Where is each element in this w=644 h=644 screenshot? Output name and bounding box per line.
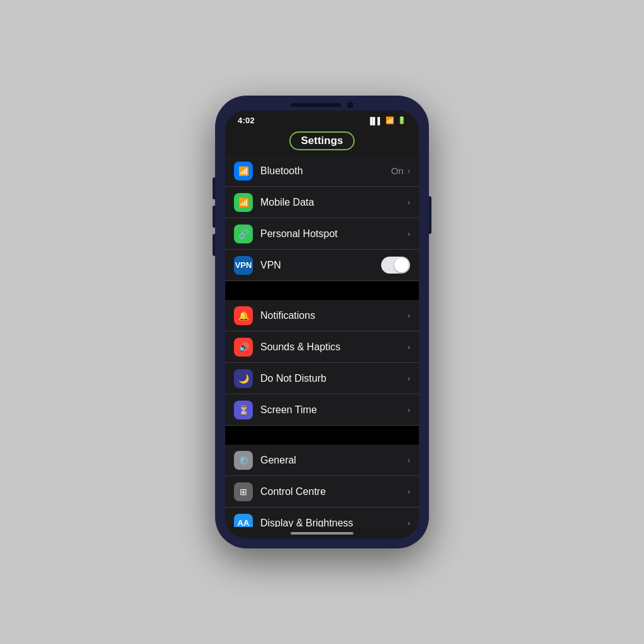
- chevron-icon: ›: [408, 487, 410, 496]
- general-icon: ⚙️: [234, 451, 253, 470]
- phone-screen: 4:02 ▐▌▌ 📶 🔋 Settings 📶 Bluetooth: [225, 111, 419, 538]
- chevron-icon: ›: [408, 166, 410, 175]
- settings-item-mobile-data[interactable]: 📶 Mobile Data ›: [225, 187, 419, 218]
- settings-item-display-brightness[interactable]: AA Display & Brightness ›: [225, 508, 419, 527]
- phone-top-notch: [215, 96, 429, 108]
- signal-icon: ▐▌▌: [368, 117, 382, 125]
- vpn-label: VPN: [260, 260, 381, 271]
- home-indicator: [225, 527, 419, 538]
- chevron-icon: ›: [408, 518, 410, 527]
- general-group: ⚙️ General › ⊞ Control Centre › AA: [225, 445, 419, 527]
- settings-item-sounds-haptics[interactable]: 🔊 Sounds & Haptics ›: [225, 331, 419, 363]
- settings-item-general[interactable]: ⚙️ General ›: [225, 445, 419, 476]
- chevron-icon: ›: [408, 229, 410, 238]
- sounds-icon: 🔊: [234, 338, 253, 357]
- settings-item-do-not-disturb[interactable]: 🌙 Do Not Disturb ›: [225, 363, 419, 394]
- settings-item-notifications[interactable]: 🔔 Notifications ›: [225, 300, 419, 331]
- settings-list: 📶 Bluetooth On › 📶 Mobile Data ›: [225, 155, 419, 527]
- settings-item-bluetooth[interactable]: 📶 Bluetooth On ›: [225, 155, 419, 187]
- settings-item-personal-hotspot[interactable]: 🔗 Personal Hotspot ›: [225, 218, 419, 250]
- chevron-icon: ›: [408, 197, 410, 207]
- chevron-icon: ›: [408, 374, 410, 383]
- status-icons: ▐▌▌ 📶 🔋: [368, 116, 406, 125]
- screen-time-icon: ⏳: [234, 401, 253, 419]
- status-bar: 4:02 ▐▌▌ 📶 🔋: [225, 111, 419, 128]
- status-time: 4:02: [238, 116, 255, 125]
- group-divider-2: [225, 426, 419, 445]
- speaker-notch: [291, 103, 341, 107]
- chevron-icon: ›: [408, 342, 410, 352]
- chevron-icon: ›: [408, 311, 410, 320]
- control-centre-label: Control Centre: [260, 486, 408, 497]
- camera-dot: [347, 102, 353, 108]
- mobile-data-label: Mobile Data: [260, 197, 408, 208]
- display-brightness-label: Display & Brightness: [260, 518, 408, 528]
- phone-frame: 4:02 ▐▌▌ 📶 🔋 Settings 📶 Bluetooth: [215, 96, 429, 548]
- wifi-icon: 📶: [386, 116, 394, 125]
- chevron-icon: ›: [408, 455, 410, 465]
- group-divider-1: [225, 281, 419, 300]
- mobile-data-icon: 📶: [234, 193, 253, 212]
- vpn-toggle[interactable]: [381, 257, 410, 274]
- bluetooth-icon: 📶: [234, 162, 253, 180]
- display-icon: AA: [234, 514, 253, 528]
- control-centre-icon: ⊞: [234, 482, 253, 501]
- personal-hotspot-label: Personal Hotspot: [260, 228, 408, 240]
- settings-item-vpn[interactable]: VPN VPN: [225, 250, 419, 281]
- general-label: General: [260, 455, 408, 466]
- notifications-label: Notifications: [260, 310, 408, 321]
- settings-item-screen-time[interactable]: ⏳ Screen Time ›: [225, 394, 419, 426]
- battery-icon: 🔋: [397, 116, 406, 125]
- notifications-group: 🔔 Notifications › 🔊 Sounds & Haptics ›: [225, 300, 419, 426]
- notifications-icon: 🔔: [234, 306, 253, 325]
- settings-item-control-centre[interactable]: ⊞ Control Centre ›: [225, 476, 419, 508]
- do-not-disturb-label: Do Not Disturb: [260, 373, 408, 384]
- bluetooth-label: Bluetooth: [260, 165, 391, 177]
- navigation-bar: Settings: [225, 128, 419, 155]
- sounds-haptics-label: Sounds & Haptics: [260, 341, 408, 353]
- connectivity-group: 📶 Bluetooth On › 📶 Mobile Data ›: [225, 155, 419, 281]
- bluetooth-value: On: [391, 165, 404, 176]
- hotspot-icon: 🔗: [234, 225, 253, 243]
- vpn-icon: VPN: [234, 256, 253, 275]
- toggle-knob: [394, 258, 409, 272]
- screen-time-label: Screen Time: [260, 404, 408, 416]
- chevron-icon: ›: [408, 405, 410, 414]
- page-title: Settings: [289, 131, 354, 150]
- dnd-icon: 🌙: [234, 369, 253, 388]
- home-bar: [291, 532, 353, 535]
